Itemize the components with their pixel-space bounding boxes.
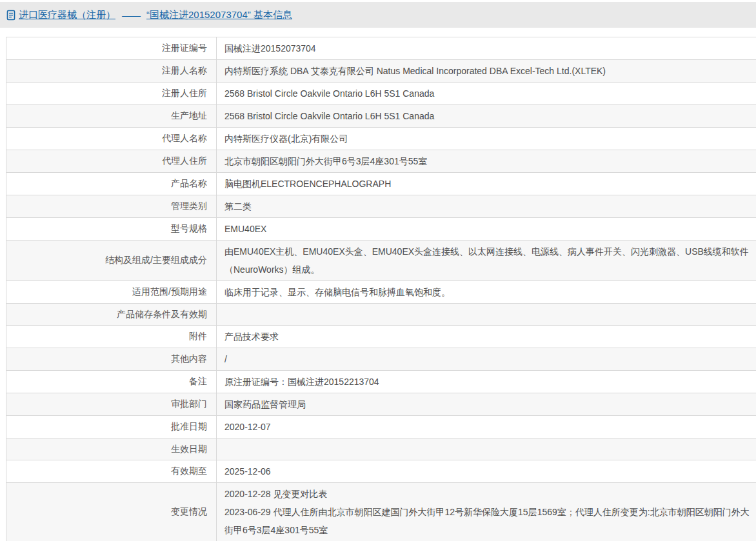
value-line: 2020-12-28 见变更对比表 xyxy=(224,485,750,503)
field-value-cell: 由EMU40EX主机、EMU40EX头盒、EMU40EX头盒连接线、以太网连接线… xyxy=(217,241,756,280)
breadcrumb-category-link[interactable]: 进口医疗器械（注册） xyxy=(19,9,115,21)
table-row: 生产地址 2568 Bristol Circle Oakvile Ontario… xyxy=(6,105,756,128)
field-label-cell: 结构及组成/主要组成成分 xyxy=(6,241,217,280)
table-row: 注册人名称 内特斯医疗系统 DBA 艾泰克有限公司 Natus Medical … xyxy=(6,60,756,83)
field-value: EMU40EX xyxy=(224,220,750,238)
table-row: 生效日期 xyxy=(6,438,756,460)
field-value-cell: 脑电图机ELECTROENCEPHALOGRAPH xyxy=(217,173,756,195)
field-value: 北京市朝阳区朝阳门外大街甲6号3层4座301号55室 xyxy=(224,152,750,170)
field-label-cell: 注册人住所 xyxy=(6,83,217,104)
field-label: 型号规格 xyxy=(171,223,207,235)
field-label-cell: 管理类别 xyxy=(6,195,217,217)
field-label: 产品储存条件及有效期 xyxy=(117,309,207,320)
field-label: 代理人住所 xyxy=(162,155,207,167)
field-label: 变更情况 xyxy=(171,506,207,518)
field-value: 产品技术要求 xyxy=(224,328,750,346)
field-label-cell: 注册证编号 xyxy=(6,37,217,59)
field-value: 原注册证编号：国械注进20152213704 xyxy=(224,373,750,391)
field-value: 脑电图机ELECTROENCEPHALOGRAPH xyxy=(224,175,750,193)
table-row: 管理类别 第二类 xyxy=(6,195,756,218)
field-label: 批准日期 xyxy=(171,421,207,433)
field-label: 产品名称 xyxy=(171,178,207,190)
field-value-cell: 国械注进20152073704 xyxy=(217,37,756,59)
registration-info-table: 注册证编号 国械注进20152073704 注册人名称 内特斯医疗系统 DBA … xyxy=(6,37,756,541)
field-value-cell: 2568 Bristol Circle Oakvile Ontario L6H … xyxy=(217,83,756,104)
field-value: 临床用于记录、显示、存储脑电信号和脉搏血氧饱和度。 xyxy=(224,283,750,301)
field-value-cell: EMU40EX xyxy=(217,218,756,240)
field-label-cell: 附件 xyxy=(6,326,217,348)
table-row: 产品储存条件及有效期 xyxy=(6,304,756,326)
table-row: 产品名称 脑电图机ELECTROENCEPHALOGRAPH xyxy=(6,173,756,195)
field-label-cell: 其他内容 xyxy=(6,348,217,370)
field-value: 国械注进20152073704 xyxy=(224,39,750,57)
table-row: 适用范围/预期用途 临床用于记录、显示、存储脑电信号和脉搏血氧饱和度。 xyxy=(6,281,756,304)
field-label: 注册证编号 xyxy=(162,43,207,54)
table-row: 附件 产品技术要求 xyxy=(6,326,756,348)
table-row: 审批部门 国家药品监督管理局 xyxy=(6,393,756,416)
table-row: 注册人住所 2568 Bristol Circle Oakvile Ontari… xyxy=(6,83,756,105)
field-value-cell: 2020-12-07 xyxy=(217,416,756,438)
table-row: 变更情况 2020-12-28 见变更对比表2023-06-29 代理人住所由北… xyxy=(6,483,756,541)
field-value-cell: 内特斯医疗系统 DBA 艾泰克有限公司 Natus Medical Incorp… xyxy=(217,60,756,82)
field-label-cell: 批准日期 xyxy=(6,416,217,438)
field-label-cell: 产品储存条件及有效期 xyxy=(6,304,217,325)
field-value: 国家药品监督管理局 xyxy=(224,395,750,413)
field-value-cell: 2025-12-06 xyxy=(217,460,756,482)
field-label: 结构及组成/主要组成成分 xyxy=(105,255,207,266)
field-label: 注册人住所 xyxy=(162,88,207,99)
field-label: 审批部门 xyxy=(171,398,207,410)
field-value-cell: 2020-12-28 见变更对比表2023-06-29 代理人住所由北京市朝阳区… xyxy=(217,483,756,541)
page-header: 进口医疗器械（注册） —— “国械注进20152073704” 基本信息 xyxy=(0,2,756,28)
field-value: 2568 Bristol Circle Oakvile Ontario L6H … xyxy=(224,107,750,125)
field-label: 注册人名称 xyxy=(162,65,207,77)
field-label-cell: 代理人名称 xyxy=(6,128,217,150)
table-row: 备注 原注册证编号：国械注进20152213704 xyxy=(6,371,756,393)
field-value: 内特斯医疗仪器(北京)有限公司 xyxy=(224,130,750,148)
table-row: 代理人住所 北京市朝阳区朝阳门外大街甲6号3层4座301号55室 xyxy=(6,150,756,173)
table-row: 代理人名称 内特斯医疗仪器(北京)有限公司 xyxy=(6,128,756,150)
field-value: 内特斯医疗系统 DBA 艾泰克有限公司 Natus Medical Incorp… xyxy=(224,62,750,80)
field-value: 2025-12-06 xyxy=(224,462,750,480)
field-label: 其他内容 xyxy=(171,353,207,365)
field-label-cell: 变更情况 xyxy=(6,483,217,541)
field-value-cell: 北京市朝阳区朝阳门外大街甲6号3层4座301号55室 xyxy=(217,150,756,172)
field-value: 2020-12-07 xyxy=(224,418,750,436)
field-label-cell: 注册人名称 xyxy=(6,60,217,82)
field-value-cell: 第二类 xyxy=(217,195,756,217)
field-label: 生效日期 xyxy=(171,444,207,455)
field-value: / xyxy=(224,350,750,368)
table-row: 其他内容 / xyxy=(6,348,756,371)
field-label: 生产地址 xyxy=(171,110,207,122)
field-label-cell: 产品名称 xyxy=(6,173,217,195)
field-value-cell: 临床用于记录、显示、存储脑电信号和脉搏血氧饱和度。 xyxy=(217,281,756,303)
field-label-cell: 适用范围/预期用途 xyxy=(6,281,217,303)
table-row: 注册证编号 国械注进20152073704 xyxy=(6,37,756,60)
field-value-cell: 产品技术要求 xyxy=(217,326,756,348)
field-label-cell: 生产地址 xyxy=(6,105,217,127)
field-label: 有效期至 xyxy=(171,466,207,477)
field-label-cell: 有效期至 xyxy=(6,460,217,482)
value-line: 2023-06-29 代理人住所由北京市朝阳区建国门外大街甲12号新华保险大厦1… xyxy=(224,503,750,539)
document-icon xyxy=(6,10,16,21)
field-value-cell: 内特斯医疗仪器(北京)有限公司 xyxy=(217,128,756,150)
field-label: 适用范围/预期用途 xyxy=(132,286,207,298)
field-value-cell xyxy=(217,438,756,460)
field-label-cell: 型号规格 xyxy=(6,218,217,240)
breadcrumb-current-link[interactable]: “国械注进20152073704” 基本信息 xyxy=(146,9,292,21)
field-label-cell: 代理人住所 xyxy=(6,150,217,172)
field-label: 备注 xyxy=(189,376,207,388)
field-value-cell: 2568 Bristol Circle Oakvile Ontario L6H … xyxy=(217,105,756,127)
table-row: 型号规格 EMU40EX xyxy=(6,218,756,241)
field-label: 代理人名称 xyxy=(162,133,207,144)
breadcrumb-separator: —— xyxy=(122,10,140,21)
field-value-cell xyxy=(217,304,756,325)
table-row: 批准日期 2020-12-07 xyxy=(6,416,756,438)
field-value: 由EMU40EX主机、EMU40EX头盒、EMU40EX头盒连接线、以太网连接线… xyxy=(224,242,750,279)
field-value-cell: 原注册证编号：国械注进20152213704 xyxy=(217,371,756,393)
field-value: 2568 Bristol Circle Oakvile Ontario L6H … xyxy=(224,84,750,103)
field-value-cell: / xyxy=(217,348,756,370)
field-value-cell: 国家药品监督管理局 xyxy=(217,393,756,415)
field-label: 附件 xyxy=(189,331,207,342)
field-label: 管理类别 xyxy=(171,201,207,212)
table-row: 有效期至 2025-12-06 xyxy=(6,460,756,483)
